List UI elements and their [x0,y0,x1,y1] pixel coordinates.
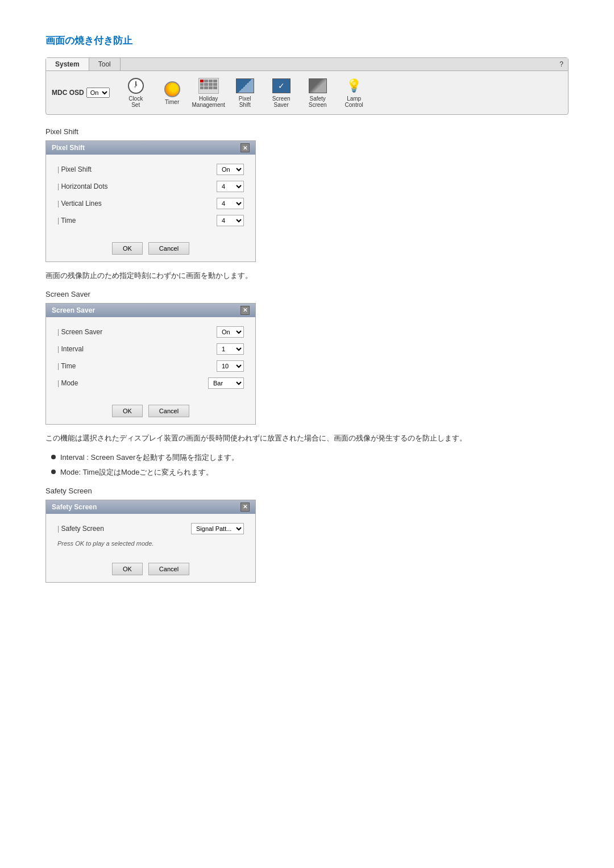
toolbar-tabs: System Tool ? [46,58,568,71]
holiday-label-line1: Holiday [199,95,218,102]
mdc-osd-control: MDC OSD On Off [52,88,110,98]
lamp-control-label-line1: Lamp [347,95,361,102]
clock-set-button[interactable]: Clock Set [119,74,153,111]
pixel-shift-cancel-button[interactable]: Cancel [148,242,189,255]
pixel-shift-dialog-footer: OK Cancel [46,238,255,261]
screen-saver-button[interactable]: Screen Saver [264,74,298,111]
screen-saver-ok-button[interactable]: OK [112,405,143,417]
screen-saver-section-title: Screen Saver [45,290,569,298]
pixel-shift-dialog-titlebar: Pixel Shift ✕ [46,141,255,155]
safety-screen-cancel-button[interactable]: Cancel [148,563,189,575]
screen-saver-dialog-titlebar: Screen Saver ✕ [46,304,255,317]
tab-system[interactable]: System [46,58,89,70]
screen-saver-select-1[interactable]: 125 [217,343,244,355]
pixel-shift-control-1: 4123 [217,181,244,192]
screen-saver-row-0: Screen Saver OnOff [57,326,244,338]
safety-screen-control-0: Signal Patt... All White Scroll Bar [191,523,244,534]
screen-saver-label-2: Time [57,362,217,370]
holiday-label-line2: Management [192,102,225,108]
safety-screen-note: Press OK to play a selected mode. [57,540,244,547]
screen-saver-control-2: 10515 [217,360,244,372]
pixel-shift-close-button[interactable]: ✕ [240,143,250,152]
page-title: 画面の焼き付き防止 [45,34,569,47]
safety-screen-select-0[interactable]: Signal Patt... All White Scroll Bar [191,523,244,534]
screen-saver-dialog: Screen Saver ✕ Screen Saver OnOff Interv… [45,303,256,425]
pixel-shift-row-2: Vertical Lines 4123 [57,198,244,209]
pixel-shift-section-title: Pixel Shift [45,127,569,136]
bullet-text-0: Interval : Screen Saverを起動する間隔を指定します。 [60,452,239,463]
screen-saver-label-line1: Screen [272,95,291,102]
timer-button[interactable]: Timer [155,78,189,108]
pixel-shift-dialog: Pixel Shift ✕ Pixel Shift OnOff Horizont… [45,140,256,262]
tab-tool[interactable]: Tool [89,58,121,70]
pixel-shift-label-1: Horizontal Dots [57,182,217,190]
pixel-shift-description: 画面の残像防止のため指定時刻にわずかに画面を動かします。 [45,270,569,282]
bullet-text-1: Mode: Time設定はModeごとに変えられます。 [60,467,213,477]
safety-screen-label-line1: Safety [309,95,325,102]
pixel-shift-row-1: Horizontal Dots 4123 [57,181,244,192]
clock-set-label-line1: Clock [128,95,143,102]
pixel-shift-row-3: Time 4123 [57,215,244,226]
screen-saver-control-1: 125 [217,343,244,355]
safety-screen-icon [308,77,328,94]
pixel-shift-control-3: 4123 [217,215,244,226]
screen-saver-select-0[interactable]: OnOff [217,326,244,338]
clock-set-icon [126,77,146,94]
pixel-shift-row-0: Pixel Shift OnOff [57,164,244,175]
pixel-shift-select-3[interactable]: 4123 [217,215,244,226]
bullet-item-1: Mode: Time設定はModeごとに変えられます。 [51,467,569,477]
safety-screen-dialog-titlebar: Safety Screen ✕ [46,500,255,514]
bullet-dot-0 [51,455,56,459]
pixel-shift-label-2: Vertical Lines [57,200,217,207]
holiday-management-button[interactable]: Holiday Management [192,74,226,111]
pixel-shift-label-3: Time [57,217,217,225]
mdc-osd-select[interactable]: On Off [86,88,110,98]
safety-screen-label-line2: Screen [309,102,327,108]
safety-screen-dialog-title: Safety Screen [52,503,97,511]
screen-saver-select-3[interactable]: BarEraserPixel [208,377,244,389]
screen-saver-icon [271,77,292,94]
safety-screen-section-title: Safety Screen [45,487,569,495]
pixel-shift-button[interactable]: Pixel Shift [228,74,262,111]
toolbar-body: MDC OSD On Off Clock Set Timer [46,71,568,114]
pixel-shift-select-2[interactable]: 4123 [217,198,244,209]
pixel-shift-select-0[interactable]: OnOff [217,164,244,175]
screen-saver-label-1: Interval [57,345,217,353]
screen-saver-label-0: Screen Saver [57,328,217,336]
screen-saver-dialog-footer: OK Cancel [46,400,255,424]
lamp-control-label-line2: Control [345,102,363,108]
safety-screen-close-button[interactable]: ✕ [240,502,250,512]
mdc-osd-label: MDC OSD [52,89,84,97]
toolbar: System Tool ? MDC OSD On Off Clock Set T… [45,57,569,115]
screen-saver-select-2[interactable]: 10515 [217,360,244,372]
screen-saver-control-0: OnOff [217,326,244,338]
pixel-shift-label-line1: Pixel [239,95,251,102]
pixel-shift-icon [235,77,255,94]
screen-saver-dialog-title: Screen Saver [52,306,95,314]
pixel-shift-ok-button[interactable]: OK [112,242,143,255]
pixel-shift-dialog-body: Pixel Shift OnOff Horizontal Dots 4123 V… [46,155,255,238]
pixel-shift-select-1[interactable]: 4123 [217,181,244,192]
lamp-control-icon: 💡 [344,77,364,94]
screen-saver-row-1: Interval 125 [57,343,244,355]
safety-screen-dialog-body: Safety Screen Signal Patt... All White S… [46,514,255,558]
safety-screen-dialog-footer: OK Cancel [46,558,255,582]
pixel-shift-control-0: OnOff [217,164,244,175]
pixel-shift-control-2: 4123 [217,198,244,209]
screen-saver-row-2: Time 10515 [57,360,244,372]
lamp-control-button[interactable]: 💡 Lamp Control [337,74,371,111]
safety-screen-ok-button[interactable]: OK [112,563,143,575]
timer-label: Timer [165,99,179,105]
safety-screen-dialog: Safety Screen ✕ Safety Screen Signal Pat… [45,500,256,583]
pixel-shift-dialog-title: Pixel Shift [52,144,85,152]
safety-screen-label-0: Safety Screen [57,525,191,533]
screen-saver-dialog-body: Screen Saver OnOff Interval 125 Time 105… [46,317,255,400]
screen-saver-cancel-button[interactable]: Cancel [148,405,189,417]
bullet-dot-1 [51,470,56,474]
pixel-shift-label-0: Pixel Shift [57,165,217,173]
holiday-icon [198,77,219,94]
safety-screen-button[interactable]: Safety Screen [301,74,335,111]
screen-saver-close-button[interactable]: ✕ [240,306,250,315]
bullet-item-0: Interval : Screen Saverを起動する間隔を指定します。 [51,452,569,463]
help-button[interactable]: ? [555,58,568,70]
